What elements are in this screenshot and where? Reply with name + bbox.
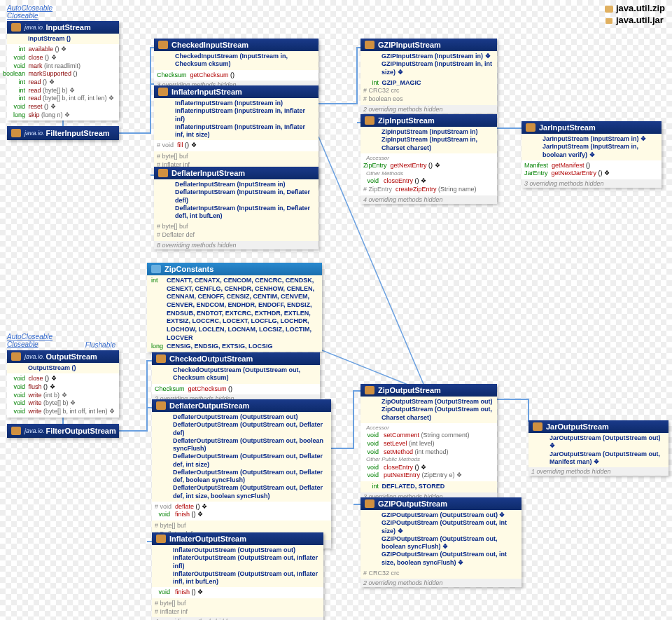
link-autocloseable[interactable]: AutoCloseable <box>7 333 115 340</box>
legend-zip: java.util.zip <box>616 3 665 13</box>
link-flushable[interactable]: Flushable <box>85 341 115 349</box>
class-icon <box>533 422 542 431</box>
class-filteroutputstream[interactable]: java.io.FilterOutputStream <box>7 424 119 438</box>
class-icon <box>11 352 21 361</box>
class-icon <box>526 123 536 132</box>
class-name: InflaterOutputStream <box>169 535 246 543</box>
class-gzipinputstream[interactable]: GZIPInputStream GZIPInputStream (InputSt… <box>360 39 497 113</box>
class-icon <box>158 41 168 49</box>
class-name: InputStream <box>46 23 91 32</box>
class-checkedoutputstream[interactable]: CheckedOutputStream CheckedOutputStream … <box>152 352 320 403</box>
class-checkedinputstream[interactable]: CheckedInputStream CheckedInputStream (I… <box>154 39 318 89</box>
class-name: FilterOutputStream <box>46 427 116 435</box>
class-icon <box>365 116 374 125</box>
interface-links-mid: AutoCloseable Closeable Flushable <box>7 333 115 348</box>
legend-jar: java.util.jar <box>616 15 664 25</box>
class-filterinputstream[interactable]: java.io.FilterInputStream <box>7 126 119 140</box>
class-name: CheckedOutputStream <box>169 354 253 363</box>
class-icon <box>365 386 374 394</box>
link-closeable[interactable]: Closeable <box>7 12 52 20</box>
class-name: DeflaterInputStream <box>172 169 245 177</box>
pkg-label: java.io. <box>24 24 45 31</box>
class-icon <box>158 88 168 96</box>
zip-icon <box>605 6 613 13</box>
jar-icon <box>605 18 613 25</box>
class-icon <box>156 401 166 410</box>
class-name: InflaterInputStream <box>172 88 242 96</box>
class-name: ZipInputStream <box>378 116 435 125</box>
class-icon <box>11 427 21 435</box>
class-jarinputstream[interactable]: JarInputStream JarInputStream (InputStre… <box>522 121 662 188</box>
class-icon <box>158 169 168 177</box>
class-name: FilterInputStream <box>46 129 110 137</box>
class-zipoutputstream[interactable]: ZipOutputStream ZipOutputStream (OutputS… <box>360 384 497 501</box>
link-autocloseable[interactable]: AutoCloseable <box>7 4 52 12</box>
class-icon <box>11 23 21 32</box>
interface-icon <box>151 265 161 273</box>
class-icon <box>11 129 21 137</box>
methods: int available () ❖ void close () ❖ void … <box>7 44 119 120</box>
class-icon <box>156 354 166 363</box>
class-deflateroutputstream[interactable]: DeflaterOutputStream DeflaterOutputStrea… <box>152 399 331 549</box>
class-outputstream[interactable]: java.io.OutputStream OutputStream () voi… <box>7 350 119 418</box>
class-name: GZIPInputStream <box>378 41 441 49</box>
interface-links-top: AutoCloseable Closeable <box>7 4 52 20</box>
class-deflaterinputstream[interactable]: DeflaterInputStream DeflaterInputStream … <box>154 167 318 249</box>
class-name: JarInputStream <box>539 123 596 132</box>
class-name: CheckedInputStream <box>172 41 248 49</box>
class-name: DeflaterOutputStream <box>169 401 249 410</box>
class-inflateroutputstream[interactable]: InflaterOutputStream InflaterOutputStrea… <box>152 532 323 620</box>
legend: java.util.zip java.util.jar <box>605 3 665 27</box>
class-jaroutputstream[interactable]: JarOutputStream JarOutputStream (OutputS… <box>528 420 668 476</box>
class-name: JarOutputStream <box>546 422 609 431</box>
class-icon <box>365 500 374 508</box>
class-name: ZipConstants <box>164 265 214 273</box>
class-name: GZIPOutputStream <box>378 500 447 508</box>
ctor: InputStream () <box>28 35 71 42</box>
interface-zipconstants[interactable]: ZipConstants intCENATT, CENATX, CENCOM, … <box>147 263 322 352</box>
class-gzipoutputstream[interactable]: GZIPOutputStream GZIPOutputStream (Outpu… <box>360 497 522 587</box>
class-icon <box>156 535 166 543</box>
class-name: ZipOutputStream <box>378 386 441 394</box>
class-zipinputstream[interactable]: ZipInputStream ZipInputStream (InputStre… <box>360 114 497 204</box>
class-icon <box>365 41 374 49</box>
class-name: OutputStream <box>46 352 97 361</box>
class-inputstream[interactable]: java.io.InputStream InputStream () int a… <box>7 21 119 120</box>
